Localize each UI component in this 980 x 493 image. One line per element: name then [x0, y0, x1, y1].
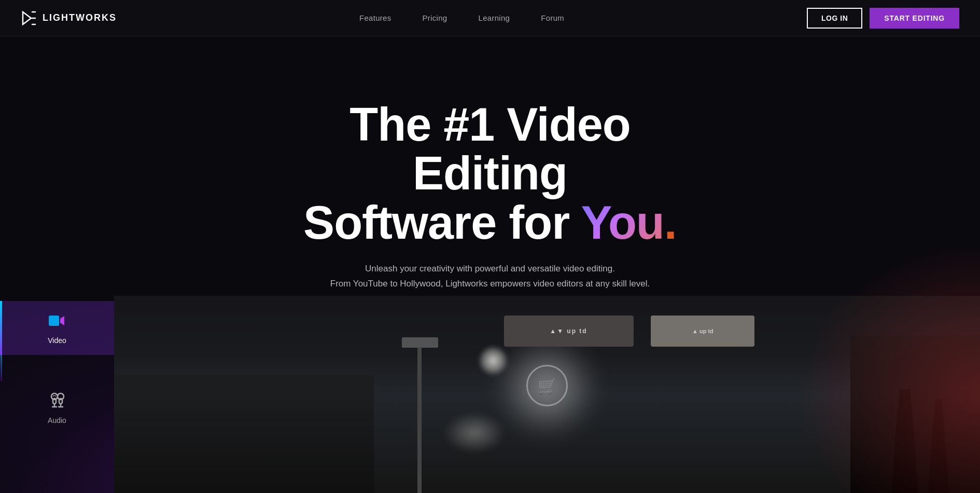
video-icon: [48, 311, 66, 332]
hero-title-line1: The #1 Video Editing: [349, 99, 631, 200]
hero-subtitle: Unleash your creativity with powerful an…: [293, 262, 687, 292]
hero-subtitle-line1: Unleash your creativity with powerful an…: [365, 264, 615, 273]
navbar: LIGHTWORKS Features Pricing Learning For…: [0, 0, 980, 36]
tab-audio-label: Audio: [48, 416, 66, 424]
nav-link-features[interactable]: Features: [359, 13, 391, 22]
hero-section: The #1 Video Editing Software for You. U…: [0, 0, 980, 493]
sidebar-tabs: Video Audio: [0, 296, 114, 493]
building-right: [850, 335, 981, 493]
street-scene-bg: ▲▼ up td ▲ up td: [114, 296, 980, 493]
nav-link-forum[interactable]: Forum: [541, 13, 564, 22]
logo-text: LIGHTWORKS: [43, 12, 117, 23]
street-sign-2: ▲ up td: [651, 316, 754, 347]
street-sign-1: ▲▼ up td: [504, 316, 634, 347]
nav-actions: LOG IN START EDITING: [807, 8, 959, 29]
center-light: [478, 345, 509, 376]
svg-marker-1: [23, 12, 31, 24]
start-editing-nav-button[interactable]: START EDITING: [870, 8, 959, 29]
building-left: [114, 375, 374, 493]
hero-title-line2-prefix: Software for: [303, 197, 581, 249]
hero-title-dot: .: [664, 197, 677, 249]
tab-separator: [1, 355, 2, 381]
svg-rect-5: [49, 316, 59, 326]
nav-link-learning[interactable]: Learning: [478, 13, 510, 22]
ground-light: [443, 412, 506, 454]
logo-icon: [21, 10, 37, 26]
tab-video-label: Video: [48, 336, 66, 345]
hero-title-you: You: [581, 197, 664, 249]
nav-link-pricing[interactable]: Pricing: [423, 13, 447, 22]
audio-icon: [48, 391, 66, 412]
login-button[interactable]: LOG IN: [807, 8, 862, 29]
scene-logo: [526, 365, 568, 406]
bottom-section: Video Audio: [0, 296, 980, 493]
video-preview: ▲▼ up td ▲ up td: [114, 296, 980, 493]
logo-link[interactable]: LIGHTWORKS: [21, 10, 117, 26]
hero-subtitle-line2: From YouTube to Hollywood, Lightworks em…: [330, 279, 650, 289]
tab-audio[interactable]: Audio: [0, 381, 114, 435]
light-pole: [417, 337, 422, 493]
tab-video[interactable]: Video: [0, 301, 114, 355]
hero-title: The #1 Video Editing Software for You.: [293, 100, 687, 248]
nav-links: Features Pricing Learning Forum: [359, 13, 564, 23]
